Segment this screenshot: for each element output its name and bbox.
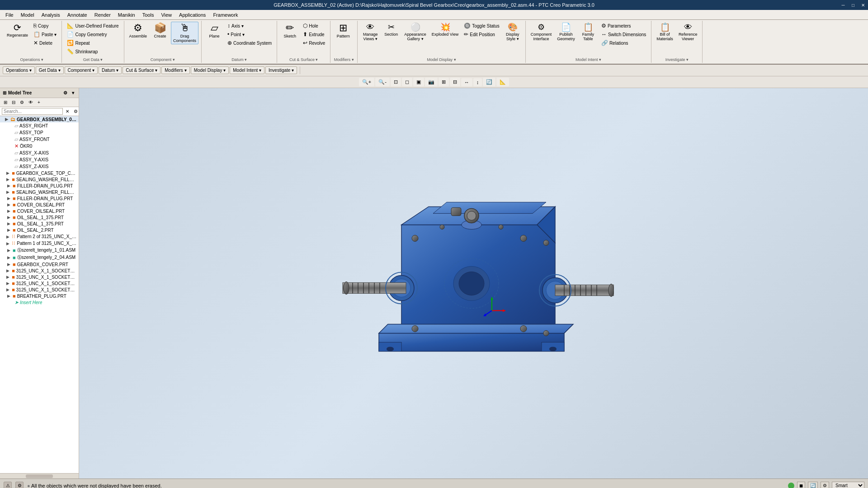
section-button[interactable]: ✂ Section <box>381 22 401 38</box>
publish-geometry-button[interactable]: 📄 PublishGeometry <box>555 22 577 42</box>
tree-search-input[interactable] <box>2 108 63 115</box>
refit-button[interactable]: ◻ <box>402 78 412 86</box>
measure-button[interactable]: 📐 <box>496 78 509 86</box>
tree-item-y-axis[interactable]: ▱ ASSY_Y-AXIS <box>0 156 79 163</box>
view-mode2-button[interactable]: 📷 <box>425 78 438 86</box>
tree-item-pattern2[interactable]: ▶ ⁝⁝ Pattern 2 of 3125_UNC_X_1_SOC <box>0 233 79 240</box>
menu-file[interactable]: File <box>2 11 17 19</box>
minimize-button[interactable]: ─ <box>838 0 848 10</box>
canvas-area[interactable] <box>79 88 868 479</box>
tree-item-z-axis[interactable]: ▱ ASSY_Z-AXIS <box>0 163 79 170</box>
tree-item-socket4[interactable]: ▶ ■ 3125_UNC_X_1_SOCKET_HEAD_ <box>0 286 79 293</box>
tree-item-cover-oilseal2[interactable]: ▶ ■ COVER_OILSEAL.PRT <box>0 208 79 214</box>
sketch-button[interactable]: ✏ Sketch <box>280 22 300 40</box>
menu-manikin[interactable]: Manikin <box>114 11 139 19</box>
tree-item-cover-oilseal1[interactable]: ▶ ■ COVER_OILSEAL.PRT <box>0 202 79 208</box>
point-button[interactable]: • Point ▾ <box>225 30 274 38</box>
hole-button[interactable]: ⬡ Hole <box>301 22 327 30</box>
toggle-status-button[interactable]: 🔘 Toggle Status <box>462 22 502 30</box>
tree-settings2[interactable]: ⚙ <box>18 99 26 106</box>
edit-position-button[interactable]: ✏ Edit Position <box>462 30 502 38</box>
expand-root[interactable]: ▶ <box>5 117 10 122</box>
tree-search-options[interactable]: ⚙ <box>72 108 79 115</box>
axis-button[interactable]: ↕ Axis ▾ <box>225 22 274 30</box>
tree-item-top[interactable]: ▱ ASSY_TOP <box>0 129 79 136</box>
smart-select[interactable]: Smart Part Feature Geometry <box>832 482 864 488</box>
copy-button[interactable]: ⎘ Copy <box>31 22 59 30</box>
pattern-button[interactable]: ⊞ Pattern <box>333 22 353 40</box>
sub-investigate[interactable]: Investigate ▾ <box>265 66 297 74</box>
view-mode3-button[interactable]: ⊞ <box>439 78 449 86</box>
repeat-button[interactable]: 🔁 Repeat <box>65 39 121 47</box>
status-config-icon[interactable]: ⚙ <box>15 482 24 488</box>
zoom-fit-button[interactable]: ⊡ <box>391 78 401 86</box>
tree-filter-button[interactable]: ▾ <box>70 89 76 96</box>
component-interface-button[interactable]: ⚙ ComponentInterface <box>528 22 554 42</box>
family-table-button[interactable]: 📋 FamilyTable <box>578 22 598 42</box>
menu-analysis[interactable]: Analysis <box>38 11 64 19</box>
tree-item-okr0[interactable]: ✕ ÖKR0 <box>0 143 79 150</box>
tree-item-oil-seal-1375b[interactable]: ▶ ■ OIL_SEAL_1_375.PRT <box>0 221 79 227</box>
close-button[interactable]: ✕ <box>858 0 868 10</box>
tree-item-socket3[interactable]: ▶ ■ 3125_UNC_X_1_SOCKET_HEAD_ <box>0 280 79 286</box>
view-mode4-button[interactable]: ⊟ <box>450 78 460 86</box>
sub-cut-surface[interactable]: Cut & Surface ▾ <box>123 66 160 74</box>
exploded-view-button[interactable]: 💥 Exploded View <box>429 22 461 38</box>
menu-annotate[interactable]: Annotate <box>64 11 91 19</box>
menu-applications[interactable]: Applications <box>175 11 209 19</box>
plane-button[interactable]: ▱ Plane <box>204 22 224 40</box>
assemble-button[interactable]: ⚙ Assemble <box>127 22 150 40</box>
relations-button[interactable]: 🔗 Relations <box>599 39 648 47</box>
drag-components-button[interactable]: 🖱 DragComponents <box>171 22 198 44</box>
tree-item-socket2[interactable]: ▶ ■ 3125_UNC_X_1_SOCKET_HEAD_ <box>0 274 79 280</box>
tree-item-tengely1[interactable]: ▶ ■ Ⓢszerelt_tengely_1_01.ASM <box>0 247 79 254</box>
tree-item-root[interactable]: ▶ 🗂 GEARBOX_ASSEMBLY_02.ASM <box>0 116 79 122</box>
tree-item-tengely2[interactable]: ▶ ■ Ⓢszerelt_tengely_2_04.ASM <box>0 254 79 261</box>
sub-component[interactable]: Component ▾ <box>65 66 98 74</box>
sub-get-data[interactable]: Get Data ▾ <box>36 66 64 74</box>
sub-modifiers[interactable]: Modifiers ▾ <box>161 66 189 74</box>
tree-settings-button[interactable]: ⚙ <box>61 89 69 96</box>
bill-of-materials-button[interactable]: 📋 Bill ofMaterials <box>654 22 675 42</box>
display-style-button[interactable]: 🎨 DisplayStyle ▾ <box>503 22 523 42</box>
tree-search-clear[interactable]: ✕ <box>64 108 71 115</box>
tree-scrollbar[interactable] <box>0 473 79 479</box>
copy-geometry-button[interactable]: 📄 Copy Geometry <box>65 30 121 38</box>
menu-framework[interactable]: Framework <box>209 11 241 19</box>
tree-item-sealing1[interactable]: ▶ ■ SEALING_WASHER_FILLER_PLU <box>0 176 79 183</box>
status-orientation-btn[interactable]: 🔄 <box>808 482 818 488</box>
parameters-button[interactable]: ⚙ Parameters <box>599 22 648 30</box>
revolve-button[interactable]: ↩ Revolve <box>301 39 327 47</box>
status-warning-icon[interactable]: ⚠ <box>4 482 12 488</box>
zoom-in-button[interactable]: 🔍+ <box>359 78 374 86</box>
tree-item-filler1[interactable]: ▶ ■ FILLER-DRAIN_PLUG.PRT <box>0 183 79 189</box>
appearance-gallery-button[interactable]: ⚪ AppearanceGallery ▾ <box>402 22 429 42</box>
coordinate-system-button[interactable]: ⊕ Coordinate System <box>225 39 274 47</box>
tree-item-breather[interactable]: ▶ ■ BREATHER_PLUG.PRT <box>0 293 79 299</box>
extrude-button[interactable]: ⬆ Extrude <box>301 30 327 38</box>
sub-operations[interactable]: Operations ▾ <box>3 66 35 74</box>
tree-collapse-all[interactable]: ⊟ <box>10 99 17 106</box>
tree-item-pattern1[interactable]: ▶ ⁝⁝ Pattern 1 of 3125_UNC_X_1_SOC <box>0 240 79 247</box>
tree-item-front[interactable]: ▱ ASSY_FRONT <box>0 136 79 143</box>
sub-model-display[interactable]: Model Display ▾ <box>191 66 229 74</box>
create-button[interactable]: 📦 Create <box>150 22 170 40</box>
status-model-display-btn[interactable]: ◼ <box>797 482 805 488</box>
tree-item-x-axis[interactable]: ▱ ASSY_X-AXIS <box>0 150 79 156</box>
switch-dimensions-button[interactable]: ↔ Switch Dimensions <box>599 30 648 38</box>
tree-item-filler2[interactable]: ▶ ■ FILLER-DRAIN_PLUG.PRT <box>0 195 79 202</box>
manage-views-button[interactable]: 👁 ManageViews ▾ <box>360 22 380 42</box>
delete-button[interactable]: ✕ Delete <box>31 39 59 47</box>
maximize-button[interactable]: □ <box>848 0 858 10</box>
tree-item-gearbox-cover[interactable]: ▶ ■ GEARBOX_COVER.PRT <box>0 261 79 267</box>
menu-tools[interactable]: Tools <box>139 11 158 19</box>
tree-item-socket1[interactable]: ▶ ■ 3125_UNC_X_1_SOCKET_HEAD_ <box>0 267 79 274</box>
regenerate-button[interactable]: ⟳ Regenerate <box>5 22 30 39</box>
zoom-out-button[interactable]: 🔍- <box>375 78 390 86</box>
menu-view[interactable]: View <box>157 11 175 19</box>
sub-model-intent[interactable]: Model Intent ▾ <box>230 66 264 74</box>
reference-viewer-button[interactable]: 👁 ReferenceViewer <box>676 22 700 42</box>
view-mode1-button[interactable]: ▣ <box>413 78 424 86</box>
paste-button[interactable]: 📋 Paste ▾ <box>31 30 59 38</box>
tree-item-insert-here[interactable]: ➤ Insert Here <box>0 299 79 306</box>
